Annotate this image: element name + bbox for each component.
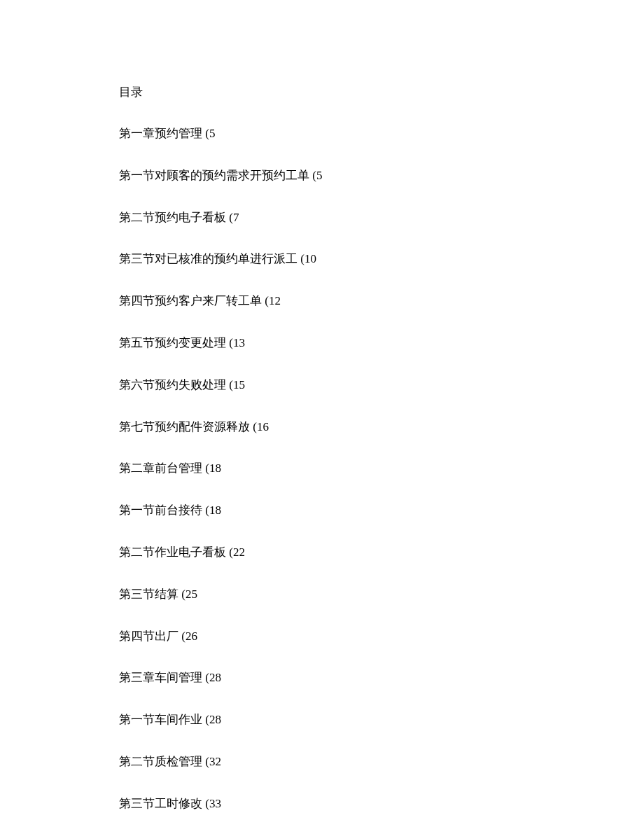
toc-entry-page: 28 — [209, 713, 221, 726]
toc-entry-separator: ( — [226, 211, 233, 224]
toc-entry-separator: ( — [178, 588, 186, 601]
toc-entry-separator: ( — [226, 378, 233, 391]
toc-entry-label: 第二节作业电子看板 — [119, 545, 226, 559]
toc-entry-separator: ( — [309, 169, 316, 182]
toc-entry: 第三节结算 (25 — [119, 586, 525, 603]
toc-entry-page: 10 — [304, 252, 316, 265]
toc-entry-label: 第一章预约管理 — [119, 127, 202, 140]
toc-entry-page: 18 — [209, 461, 221, 475]
toc-entry: 第六节预约失败处理 (15 — [119, 377, 525, 394]
toc-entry: 第七节预约配件资源释放 (16 — [119, 419, 525, 436]
toc-entry-label: 第二节质检管理 — [119, 755, 202, 768]
toc-list: 第一章预约管理 (5第一节对顾客的预约需求开预约工单 (5第二节预约电子看板 (… — [119, 125, 525, 834]
toc-entry-page: 22 — [233, 545, 245, 559]
toc-entry-separator: ( — [250, 420, 257, 433]
toc-entry-label: 第三节结算 — [119, 588, 178, 601]
toc-entry-separator: ( — [202, 797, 209, 810]
toc-entry-separator: ( — [202, 461, 209, 475]
toc-entry-label: 第三章车间管理 — [119, 671, 202, 684]
toc-entry-label: 第二章前台管理 — [119, 461, 202, 475]
toc-entry-page: 16 — [257, 420, 269, 433]
toc-entry-separator: ( — [226, 545, 233, 559]
toc-entry: 第二节质检管理 (32 — [119, 753, 525, 770]
toc-entry-separator: ( — [202, 755, 209, 768]
toc-entry: 第二章前台管理 (18 — [119, 460, 525, 477]
toc-title: 目录 — [119, 84, 525, 100]
toc-entry-page: 28 — [209, 671, 221, 684]
toc-entry-label: 第一节前台接待 — [119, 503, 202, 517]
toc-entry-separator: ( — [262, 294, 269, 307]
toc-entry-label: 第六节预约失败处理 — [119, 378, 226, 391]
toc-entry-separator: ( — [202, 671, 209, 684]
toc-entry-separator: ( — [298, 252, 304, 265]
toc-entry-label: 第四节预约客户来厂转工单 — [119, 294, 262, 307]
toc-entry: 第三节工时修改 (33 — [119, 795, 525, 812]
toc-entry-page: 5 — [209, 127, 216, 140]
toc-entry-page: 33 — [209, 797, 221, 810]
toc-entry: 第二节作业电子看板 (22 — [119, 544, 525, 561]
toc-entry-page: 13 — [233, 336, 245, 349]
toc-entry-separator: ( — [226, 336, 233, 349]
toc-entry-separator: ( — [202, 503, 209, 517]
toc-entry: 第三章车间管理 (28 — [119, 669, 525, 686]
toc-entry-page: 32 — [209, 755, 221, 768]
toc-entry-separator: ( — [178, 630, 186, 643]
toc-entry: 第一节对顾客的预约需求开预约工单 (5 — [119, 167, 525, 184]
toc-entry-page: 5 — [316, 169, 323, 182]
toc-entry: 第二节预约电子看板 (7 — [119, 209, 525, 226]
toc-entry-page: 25 — [186, 588, 197, 601]
toc-entry: 第四节出厂 (26 — [119, 628, 525, 645]
toc-entry-page: 26 — [186, 630, 197, 643]
toc-entry-label: 第三节对已核准的预约单进行派工 — [119, 252, 298, 265]
toc-entry-page: 15 — [233, 378, 245, 391]
toc-entry: 第一章预约管理 (5 — [119, 125, 525, 142]
toc-entry-label: 第三节工时修改 — [119, 797, 202, 810]
toc-entry-page: 7 — [233, 211, 239, 224]
toc-entry: 第五节预约变更处理 (13 — [119, 335, 525, 352]
toc-entry: 第一节前台接待 (18 — [119, 502, 525, 519]
toc-entry-label: 第一节对顾客的预约需求开预约工单 — [119, 169, 309, 182]
toc-entry-label: 第一节车间作业 — [119, 713, 202, 726]
toc-entry: 第一节车间作业 (28 — [119, 711, 525, 728]
toc-entry-label: 第七节预约配件资源释放 — [119, 420, 250, 433]
toc-entry-label: 第四节出厂 — [119, 630, 178, 643]
toc-entry-label: 第五节预约变更处理 — [119, 336, 226, 349]
toc-entry-page: 12 — [269, 294, 281, 307]
toc-entry-separator: ( — [202, 127, 209, 140]
toc-entry-page: 18 — [209, 503, 221, 517]
toc-entry-label: 第二节预约电子看板 — [119, 211, 226, 224]
toc-entry-separator: ( — [202, 713, 209, 726]
toc-entry: 第四节预约客户来厂转工单 (12 — [119, 293, 525, 310]
toc-entry: 第三节对已核准的预约单进行派工 (10 — [119, 251, 525, 267]
